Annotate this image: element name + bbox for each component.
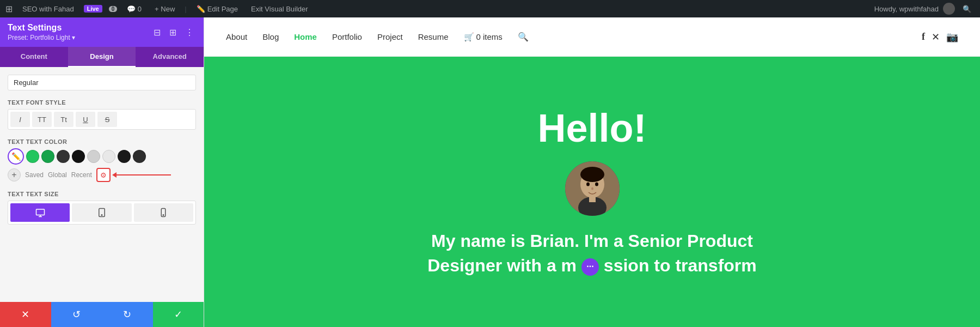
- desktop-icon: [35, 208, 45, 217]
- hero-bio-line2: Designer with a m ··· ssion to transform: [427, 253, 757, 278]
- panel-minimize-button[interactable]: ⊟: [151, 26, 163, 39]
- panel-more-button[interactable]: ⋮: [183, 26, 196, 39]
- nav-resume[interactable]: Resume: [418, 32, 449, 41]
- cancel-button[interactable]: ✕: [0, 302, 51, 327]
- text-size-label: Text Text Size: [8, 191, 196, 197]
- svg-rect-0: [36, 209, 44, 215]
- panel-header-icons: ⊟ ⊞ ⋮: [151, 26, 196, 39]
- color-swatch-charcoal[interactable]: [133, 150, 146, 163]
- nav-home[interactable]: Home: [294, 32, 317, 41]
- panel-header: Text Settings Preset: Portfolio Light ▾ …: [0, 17, 204, 47]
- undo-button[interactable]: ↺: [51, 302, 102, 327]
- text-color-label: Text Text Color: [8, 138, 196, 145]
- instagram-icon[interactable]: 📷: [946, 31, 958, 43]
- nav-cart[interactable]: 🛒 0 items: [464, 32, 503, 42]
- mobile-icon: [158, 208, 168, 217]
- panel-title: Text Settings: [8, 23, 75, 33]
- size-desktop-button[interactable]: [10, 203, 70, 222]
- italic-button[interactable]: I: [10, 112, 30, 127]
- chat-bubble-button[interactable]: ···: [581, 258, 599, 276]
- live-badge: Live: [84, 5, 102, 13]
- color-swatch-near-black[interactable]: [72, 150, 85, 163]
- color-swatch-dark-gray[interactable]: [57, 150, 70, 163]
- nav-project[interactable]: Project: [377, 32, 403, 41]
- hero-bio-line1: My name is Brian. I'm a Senior Product: [427, 229, 757, 253]
- panel-tabs: Content Design Advanced: [0, 47, 204, 67]
- howdy-text: Howdy, wpwithfahad: [874, 5, 939, 13]
- avatar[interactable]: [943, 3, 955, 15]
- svg-point-2: [101, 215, 102, 216]
- nav-about[interactable]: About: [226, 32, 247, 41]
- color-swatches-row: ✏️: [8, 148, 196, 165]
- nav-portfolio[interactable]: Portfolio: [332, 32, 362, 41]
- admin-bar-right: Howdy, wpwithfahad 🔍: [874, 3, 975, 15]
- admin-bar: ⊞ SEO with Fahad Live 0 💬 0 + New | ✏️ E…: [0, 0, 980, 17]
- saved-label: Saved: [25, 171, 44, 179]
- svg-point-10: [591, 187, 593, 190]
- twitter-icon[interactable]: ✕: [932, 31, 940, 43]
- edit-page-link[interactable]: ✏️ Edit Page: [193, 0, 241, 17]
- svg-point-9: [595, 183, 598, 186]
- save-button[interactable]: ✓: [153, 302, 204, 327]
- avatar-illustration: [565, 161, 620, 216]
- site-nav: About Blog Home Portfolio Project Resume…: [204, 17, 980, 57]
- recent-label: Recent: [71, 171, 92, 179]
- color-swatch-very-light[interactable]: [102, 150, 115, 163]
- underline-button[interactable]: U: [76, 112, 95, 127]
- panel-content: Regular Bold Light Medium Text Font Styl…: [0, 67, 204, 302]
- nav-blog[interactable]: Blog: [262, 32, 279, 41]
- admin-search-icon[interactable]: 🔍: [959, 5, 975, 13]
- tab-content[interactable]: Content: [0, 47, 68, 67]
- main-layout: Text Settings Preset: Portfolio Light ▾ …: [0, 17, 980, 327]
- tab-design[interactable]: Design: [68, 47, 136, 67]
- nav-search-icon[interactable]: 🔍: [518, 32, 529, 42]
- comments-icon[interactable]: 💬 0: [124, 0, 145, 17]
- text-color-group: Text Text Color ✏️ + Saved Global R: [8, 138, 196, 182]
- exit-visual-builder-link[interactable]: Exit Visual Builder: [248, 0, 311, 17]
- hero-bio: My name is Brian. I'm a Senior Product D…: [427, 229, 757, 278]
- color-swatch-light-gray[interactable]: [87, 150, 100, 163]
- panel-expand-button[interactable]: ⊞: [167, 26, 179, 39]
- color-meta-row: + Saved Global Recent ⚙: [8, 168, 196, 182]
- svg-point-7: [580, 167, 604, 182]
- wp-logo-icon[interactable]: ⊞: [5, 4, 13, 14]
- size-tablet-button[interactable]: [72, 203, 131, 222]
- color-edit-button[interactable]: ✏️: [8, 148, 24, 165]
- font-weight-select[interactable]: Regular Bold Light Medium: [8, 75, 196, 90]
- new-item-button[interactable]: + New: [151, 0, 178, 17]
- font-style-row: I TT Tt U S: [8, 109, 196, 130]
- font-weight-group: Regular Bold Light Medium: [8, 75, 196, 90]
- text-font-style-group: Text Font Style I TT Tt U S: [8, 99, 196, 130]
- svg-rect-12: [589, 196, 596, 202]
- redo-button[interactable]: ↻: [102, 302, 153, 327]
- website-area: About Blog Home Portfolio Project Resume…: [204, 17, 980, 327]
- text-size-group: Text Text Size: [8, 191, 196, 225]
- color-add-button[interactable]: +: [8, 168, 21, 181]
- color-swatch-dark-green[interactable]: [41, 150, 54, 163]
- uppercase-button[interactable]: TT: [32, 112, 52, 127]
- global-label: Global: [48, 171, 67, 179]
- strikethrough-button[interactable]: S: [97, 112, 117, 127]
- color-settings-gear-button[interactable]: ⚙: [96, 168, 111, 182]
- site-name[interactable]: SEO with Fahad: [19, 0, 77, 17]
- capitalize-button[interactable]: Tt: [54, 112, 74, 127]
- text-font-style-label: Text Font Style: [8, 99, 196, 106]
- tablet-icon: [97, 208, 107, 217]
- cart-icon: 🛒: [464, 32, 474, 42]
- size-mobile-button[interactable]: [134, 203, 193, 222]
- svg-point-4: [163, 215, 164, 216]
- color-swatch-green[interactable]: [26, 150, 39, 163]
- tab-advanced[interactable]: Advanced: [136, 47, 204, 67]
- social-icons: f ✕ 📷: [922, 31, 958, 43]
- color-swatch-black[interactable]: [118, 150, 131, 163]
- panel-title-area: Text Settings Preset: Portfolio Light ▾: [8, 23, 75, 41]
- svg-point-8: [586, 183, 590, 186]
- panel-preset[interactable]: Preset: Portfolio Light ▾: [8, 34, 75, 41]
- size-row: [8, 201, 196, 225]
- hero-avatar: [565, 161, 620, 216]
- facebook-icon[interactable]: f: [922, 31, 925, 43]
- hero-section: Hello!: [204, 57, 980, 327]
- arrow-indicator: [113, 172, 171, 178]
- hero-hello: Hello!: [537, 106, 646, 150]
- panel-actions: ✕ ↺ ↻ ✓: [0, 302, 204, 327]
